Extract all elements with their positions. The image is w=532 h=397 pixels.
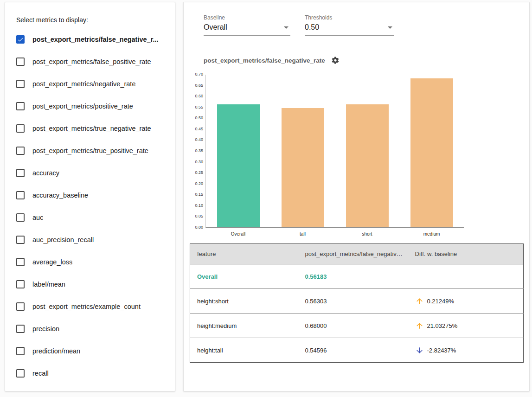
metric-label: post_export_metrics/false_negative_r...	[32, 36, 159, 43]
checkbox-unchecked-icon[interactable]	[16, 169, 25, 177]
metric-checkbox-item[interactable]: post_export_metrics/false_positive_rate	[16, 51, 172, 73]
y-axis-tick-label: 0.70	[195, 72, 203, 77]
diff-value: 21.03275%	[427, 322, 458, 329]
chart-header: post_export_metrics/false_negative_rate	[204, 56, 524, 64]
metric-checkbox-item[interactable]: average_loss	[16, 251, 172, 273]
metric-label: accuracy	[32, 169, 59, 177]
checkbox-unchecked-icon[interactable]	[16, 236, 25, 244]
metric-value-cell: 0.56183	[298, 264, 408, 289]
bar-slot: tall	[270, 75, 335, 227]
checkbox-unchecked-icon[interactable]	[16, 369, 25, 378]
thresholds-dropdown[interactable]: Thresholds 0.50	[305, 14, 394, 36]
bar-tall[interactable]	[282, 108, 324, 227]
plot-area: Overalltallshortmedium	[205, 75, 464, 228]
metric-label: post_export_metrics/positive_rate	[32, 102, 133, 110]
metric-label: precision	[32, 325, 59, 333]
metric-checkbox-item[interactable]: post_export_metrics/false_negative_r...	[16, 28, 172, 51]
metric-checkbox-item[interactable]: auc	[16, 206, 172, 229]
metric-checkbox-item[interactable]: post_export_metrics/true_positive_rate	[16, 140, 172, 162]
y-axis-tick-label: 0.05	[195, 214, 203, 218]
checkbox-unchecked-icon[interactable]	[16, 213, 25, 222]
baseline-dropdown-label: Baseline	[204, 14, 290, 21]
y-axis-tick-label: 0.45	[195, 127, 203, 131]
checkbox-unchecked-icon[interactable]	[16, 147, 25, 155]
checkbox-unchecked-icon[interactable]	[16, 258, 25, 266]
feature-cell: Overall	[190, 264, 298, 289]
y-axis: 0.000.050.100.150.200.250.300.350.400.45…	[190, 75, 205, 228]
up-arrow-icon	[415, 321, 424, 330]
checkbox-checked-icon[interactable]	[16, 35, 25, 44]
metric-checkbox-item[interactable]: post_export_metrics/true_negative_rate	[16, 117, 172, 140]
checkbox-unchecked-icon[interactable]	[16, 280, 25, 288]
checkbox-unchecked-icon[interactable]	[16, 80, 25, 88]
metric-label: average_loss	[32, 258, 72, 266]
y-axis-tick-label: 0.10	[195, 203, 203, 208]
table-header-row: featurepost_export_metrics/false_negativ…	[190, 244, 524, 264]
table-header-metric-value: post_export_metrics/false_negative_rat..…	[298, 244, 408, 264]
checkbox-unchecked-icon[interactable]	[16, 102, 25, 110]
feature-cell: height:medium	[190, 314, 298, 338]
y-axis-tick-label: 0.25	[195, 170, 203, 175]
metrics-list: post_export_metrics/false_negative_r...p…	[16, 28, 172, 384]
feature-cell: height:tall	[190, 338, 298, 363]
metric-checkbox-item[interactable]: auc_precision_recall	[16, 229, 172, 251]
metric-label: auc_precision_recall	[32, 236, 94, 243]
metric-checkbox-item[interactable]: recall	[16, 362, 172, 384]
metric-label: post_export_metrics/true_positive_rate	[32, 147, 148, 154]
bar-slot: short	[335, 75, 399, 227]
x-axis-tick-label: short	[335, 231, 399, 237]
table-row: height:short0.563030.21249%	[190, 289, 524, 314]
y-axis-tick-label: 0.40	[195, 137, 203, 142]
y-axis-tick-label: 0.15	[195, 192, 203, 197]
checkbox-unchecked-icon[interactable]	[16, 124, 25, 133]
bar-short[interactable]	[346, 104, 389, 227]
checkbox-unchecked-icon[interactable]	[16, 58, 25, 66]
up-arrow-icon	[415, 297, 424, 306]
checkbox-unchecked-icon[interactable]	[16, 347, 25, 355]
app-root: Select metrics to display: post_export_m…	[0, 0, 532, 391]
metric-checkbox-item[interactable]: prediction/mean	[16, 340, 172, 362]
baseline-dropdown-value: Overall	[204, 23, 227, 32]
metric-label: label/mean	[32, 281, 65, 288]
checkbox-unchecked-icon[interactable]	[16, 302, 25, 311]
bar-medium[interactable]	[410, 78, 453, 227]
bar-Overall[interactable]	[217, 104, 260, 227]
metric-checkbox-item[interactable]: precision	[16, 318, 172, 340]
bar-chart: 0.000.050.100.150.200.250.300.350.400.45…	[190, 75, 524, 238]
diff-value: 0.21249%	[427, 298, 455, 305]
y-axis-tick-label: 0.30	[195, 160, 203, 164]
chart-title: post_export_metrics/false_negative_rate	[204, 57, 325, 64]
metric-label: accuracy_baseline	[32, 192, 88, 199]
metric-value-cell: 0.56303	[298, 289, 408, 314]
metric-label: auc	[32, 214, 43, 221]
metric-checkbox-item[interactable]: post_export_metrics/example_count	[16, 295, 172, 318]
bar-slot: Overall	[206, 75, 270, 227]
y-axis-tick-label: 0.35	[195, 148, 203, 153]
metric-checkbox-item[interactable]: post_export_metrics/negative_rate	[16, 73, 172, 95]
chevron-down-icon	[388, 26, 392, 29]
metric-label: post_export_metrics/true_negative_rate	[32, 125, 151, 132]
table-row: height:medium0.6800021.03275%	[190, 314, 524, 338]
y-axis-tick-label: 0.00	[195, 225, 203, 230]
gear-icon[interactable]	[331, 56, 340, 64]
baseline-dropdown[interactable]: Baseline Overall	[204, 14, 290, 36]
metric-value-cell: 0.68000	[298, 314, 408, 338]
metric-checkbox-item[interactable]: accuracy	[16, 162, 172, 184]
diff-cell	[408, 264, 524, 289]
metric-value-cell: 0.54596	[298, 338, 408, 363]
metric-checkbox-item[interactable]: label/mean	[16, 273, 172, 295]
metric-selector-panel: Select metrics to display: post_export_m…	[5, 2, 175, 391]
y-axis-tick-label: 0.60	[195, 94, 203, 98]
y-axis-tick-label: 0.20	[195, 181, 203, 186]
checkbox-unchecked-icon[interactable]	[16, 191, 25, 199]
y-axis-tick-label: 0.50	[195, 115, 203, 120]
metric-checkbox-item[interactable]: accuracy_baseline	[16, 184, 172, 206]
thresholds-dropdown-value: 0.50	[305, 23, 319, 32]
thresholds-dropdown-label: Thresholds	[305, 14, 394, 21]
feature-cell: height:short	[190, 289, 298, 314]
metric-label: post_export_metrics/negative_rate	[32, 80, 135, 88]
table-row: Overall0.56183	[190, 264, 524, 289]
checkbox-unchecked-icon[interactable]	[16, 325, 25, 333]
bar-slot: medium	[399, 75, 464, 227]
metric-checkbox-item[interactable]: post_export_metrics/positive_rate	[16, 95, 172, 117]
